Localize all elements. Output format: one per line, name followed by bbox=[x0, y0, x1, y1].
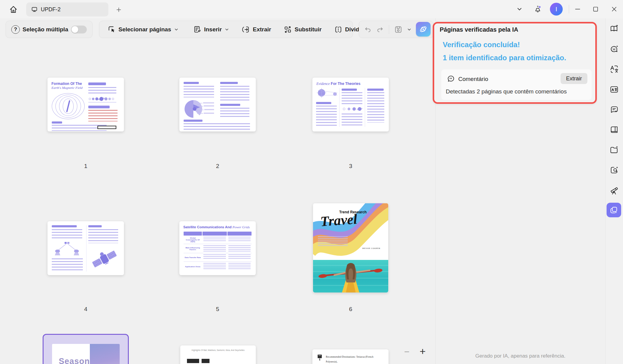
help-button[interactable]: ? bbox=[11, 25, 20, 34]
close-button[interactable] bbox=[608, 3, 620, 15]
minimize-button[interactable] bbox=[572, 3, 584, 15]
document-icon bbox=[31, 6, 38, 13]
page-number-4: 4 bbox=[48, 306, 124, 313]
organize-pages-tool-active[interactable] bbox=[607, 203, 621, 217]
notifications-button[interactable] bbox=[532, 3, 544, 15]
undo-button[interactable] bbox=[364, 26, 372, 33]
new-tab-button[interactable] bbox=[114, 5, 123, 14]
explore-telescope-icon[interactable] bbox=[606, 184, 623, 197]
page3-title: Evidence For The Theories bbox=[316, 82, 385, 86]
document-tab[interactable]: UPDF-2 bbox=[26, 2, 108, 16]
translate-document-icon[interactable] bbox=[606, 83, 623, 96]
maximize-button[interactable] bbox=[590, 3, 602, 15]
page-number-5: 5 bbox=[179, 306, 256, 313]
page7-image-block bbox=[90, 344, 120, 364]
save-button[interactable] bbox=[394, 25, 403, 34]
extract-label: Extrair bbox=[253, 26, 271, 33]
page-number-3: 3 bbox=[312, 163, 389, 170]
select-pages-button[interactable]: Selecionar páginas bbox=[106, 26, 181, 33]
page9-glyph-icon bbox=[317, 354, 322, 360]
title-bar: UPDF-2 I bbox=[0, 0, 623, 18]
ai-search-icon[interactable] bbox=[606, 163, 623, 177]
toggle-knob bbox=[72, 26, 78, 33]
satellite-illustration bbox=[91, 247, 118, 271]
insert-icon bbox=[193, 26, 201, 33]
home-button[interactable] bbox=[7, 4, 19, 15]
insert-label: Inserir bbox=[204, 26, 222, 33]
kayak-photo bbox=[313, 260, 388, 292]
redo-button[interactable] bbox=[376, 26, 384, 33]
ai-sparkle-icon bbox=[419, 25, 428, 34]
toolbar-group-selection: ? Seleção múltipla bbox=[5, 21, 93, 38]
highlighted-comment-text bbox=[88, 110, 118, 121]
page-thumbnail-7-selected[interactable]: Season bbox=[43, 334, 129, 364]
earth-cross-section-diagram bbox=[184, 100, 216, 118]
comment-icon bbox=[447, 75, 455, 83]
comment-annotation-box bbox=[97, 126, 116, 129]
toolbar-divider bbox=[389, 25, 389, 34]
ai-assistant-button[interactable] bbox=[416, 22, 431, 37]
split-icon bbox=[334, 26, 342, 33]
translate-icon[interactable] bbox=[606, 62, 623, 76]
avatar-initial: I bbox=[555, 6, 557, 13]
page-thumbnail-6[interactable]: Trend Research Travel BESSIE COOPER bbox=[313, 203, 388, 292]
ai-disclaimer: Gerado por IA, apenas para referência. bbox=[435, 353, 605, 359]
ai-item-label: Comentário bbox=[458, 76, 488, 82]
bell-icon bbox=[533, 5, 542, 13]
panel-collapse-chevron[interactable] bbox=[513, 3, 526, 15]
page-number-1: 1 bbox=[48, 163, 124, 170]
replace-icon bbox=[284, 26, 292, 33]
page-thumbnail-2[interactable] bbox=[179, 78, 256, 131]
page1-section-header bbox=[88, 82, 106, 85]
titlebar-divider bbox=[569, 5, 569, 13]
ai-status-line1: Verificação concluída! bbox=[443, 40, 520, 49]
ai-summary-icon[interactable] bbox=[606, 103, 623, 116]
extract-button[interactable]: Extrair bbox=[240, 26, 273, 33]
page-thumbnail-8[interactable]: Highlights Of Bali, Maldives, Santorini,… bbox=[180, 345, 256, 364]
page-thumbnail-4[interactable] bbox=[48, 221, 124, 275]
multi-select-label: Seleção múltipla bbox=[23, 26, 68, 33]
page6-author: BESSIE COOPER bbox=[362, 247, 380, 250]
tab-title: UPDF-2 bbox=[41, 6, 61, 13]
page8-text: Highlights Of Bali, Maldives, Santorini,… bbox=[180, 349, 256, 351]
multi-select-toggle[interactable] bbox=[71, 26, 87, 33]
extract-icon bbox=[242, 26, 250, 33]
ground-stations-diagram bbox=[53, 241, 82, 257]
chevron-down-icon bbox=[174, 27, 179, 32]
user-avatar[interactable]: I bbox=[550, 3, 563, 16]
file-manager-icon[interactable] bbox=[606, 143, 623, 156]
ai-status-line2: 1 item identificado para otimização. bbox=[443, 54, 566, 62]
plus-icon: + bbox=[420, 345, 426, 357]
select-pages-icon bbox=[108, 26, 116, 33]
zoom-in-button[interactable]: + bbox=[416, 345, 429, 357]
page5-table: Global Coverage(As Of 2024) Main Influen… bbox=[184, 232, 252, 271]
zoom-out-button[interactable]: − bbox=[400, 346, 414, 358]
replace-label: Substituir bbox=[294, 26, 322, 33]
page-thumbnail-1[interactable]: Formation Of The Earth's Magnetic Field bbox=[48, 78, 124, 131]
select-pages-label: Selecionar páginas bbox=[118, 26, 171, 33]
chevron-down-icon bbox=[224, 27, 229, 32]
minus-icon: − bbox=[404, 347, 410, 357]
help-glyph: ? bbox=[14, 26, 17, 33]
save-options-chevron[interactable] bbox=[407, 27, 412, 32]
replace-button[interactable]: Substituir bbox=[282, 26, 323, 33]
page-number-6: 6 bbox=[312, 306, 389, 313]
ai-item-card: Comentário Extrair Detectadas 2 páginas … bbox=[441, 69, 592, 100]
ai-chat-icon[interactable] bbox=[606, 42, 623, 56]
page-thumbnail-3[interactable]: Evidence For The Theories bbox=[312, 78, 389, 131]
page-thumbnail-5[interactable]: Satellite Communications And Power Grids… bbox=[179, 221, 256, 275]
ai-reader-icon[interactable] bbox=[606, 22, 623, 35]
page-thumbnail-9[interactable]: Recommended Destinations: Tetiaroa (Fren… bbox=[312, 349, 389, 364]
page1-title: Formation Of The bbox=[51, 82, 120, 86]
sun-earth-diagram bbox=[316, 87, 338, 100]
reader-mode-icon[interactable] bbox=[606, 123, 623, 136]
ai-item-description: Detectadas 2 páginas que contêm comentár… bbox=[446, 88, 567, 95]
insert-button[interactable]: Inserir bbox=[192, 26, 231, 33]
planets-row bbox=[88, 96, 116, 101]
toolbar-group-pages: Selecionar páginas Inserir Extrair bbox=[99, 21, 353, 38]
extract-comments-button[interactable]: Extrair bbox=[561, 73, 587, 84]
home-icon bbox=[9, 5, 18, 14]
magnetic-field-diagram bbox=[52, 92, 85, 120]
page-number-2: 2 bbox=[179, 163, 256, 170]
ai-panel-title: Páginas verificadas pela IA bbox=[440, 26, 518, 33]
